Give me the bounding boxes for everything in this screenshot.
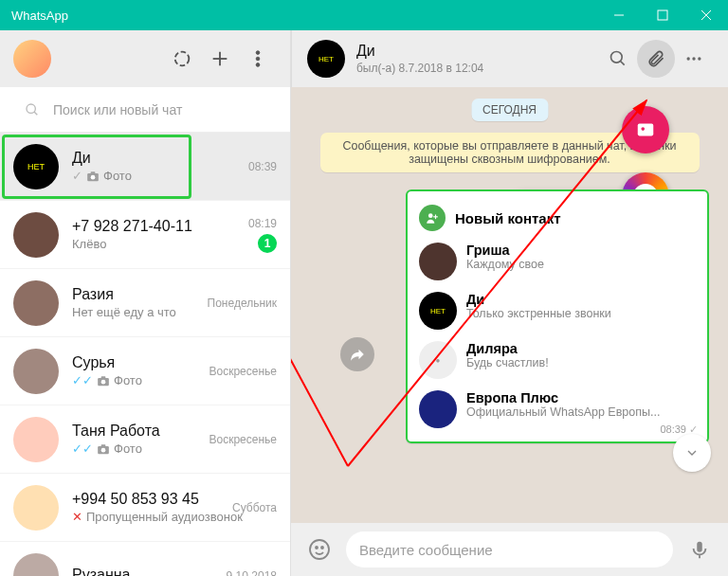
svg-point-37	[316, 547, 318, 549]
new-contact-header[interactable]: Новый контакт	[408, 199, 707, 237]
chat-list: НЕТ Ди ✓ Фото 08:39 +7 928 271-40-	[0, 133, 290, 576]
contact-avatar[interactable]: НЕТ	[307, 40, 345, 78]
svg-point-20	[101, 447, 106, 452]
chat-item[interactable]: Разия Нет ещё еду а что Понедельник	[0, 269, 290, 337]
my-avatar[interactable]	[13, 40, 51, 78]
svg-line-11	[34, 112, 37, 115]
chat-header: НЕТ Ди был(-а) 8.7.2018 в 12:04	[291, 30, 728, 87]
unread-badge: 1	[258, 234, 277, 253]
sidebar: Поиск или новый чат НЕТ Ди ✓ Фото 0	[0, 30, 291, 576]
svg-point-10	[27, 104, 35, 113]
double-check-icon: ✓✓	[72, 441, 93, 456]
app-title: WhatsApp	[0, 9, 597, 23]
svg-point-38	[321, 547, 323, 549]
chat-item[interactable]: Сурья ✓✓ Фото Воскресенье	[0, 337, 290, 405]
forward-button[interactable]	[340, 337, 374, 371]
svg-point-4	[175, 52, 190, 66]
svg-rect-39	[697, 542, 702, 552]
svg-line-22	[621, 62, 625, 65]
camera-icon	[97, 375, 110, 387]
search-bar: Поиск или новый чат	[0, 87, 290, 133]
chat-panel: НЕТ Ди был(-а) 8.7.2018 в 12:04 СЕГОДНЯ …	[291, 30, 728, 576]
svg-point-36	[310, 540, 329, 559]
message-input[interactable]: Введите сообщение	[346, 531, 673, 567]
search-placeholder: Поиск или новый чат	[53, 102, 182, 117]
chat-body: СЕГОДНЯ Сообщения, которые вы отправляет…	[291, 87, 728, 523]
message-placeholder: Введите сообщение	[359, 542, 493, 558]
svg-point-23	[687, 57, 690, 60]
svg-point-7	[256, 51, 260, 55]
svg-rect-26	[638, 124, 654, 136]
search-icon[interactable]	[599, 40, 637, 78]
maximize-button[interactable]	[641, 0, 684, 30]
new-chat-icon[interactable]	[201, 40, 239, 78]
svg-point-21	[611, 52, 623, 63]
svg-point-25	[698, 57, 701, 60]
menu-icon[interactable]	[239, 40, 277, 78]
svg-point-24	[692, 57, 695, 60]
contact-row[interactable]: ГришаКаждому свое	[408, 237, 707, 286]
chat-item[interactable]: Рузанна 9.10.2018	[0, 542, 290, 576]
search-input[interactable]: Поиск или новый чат	[13, 94, 277, 126]
attach-photo-button[interactable]	[622, 106, 669, 153]
sidebar-header	[0, 30, 290, 87]
svg-point-27	[641, 127, 645, 131]
svg-point-8	[256, 57, 260, 61]
svg-point-31	[428, 213, 433, 218]
chat-item[interactable]: +7 928 271-40-11 Клёво 08:19 1	[0, 201, 290, 269]
message-composer: Введите сообщение	[291, 523, 728, 576]
emoji-button[interactable]	[302, 532, 337, 567]
svg-rect-13	[91, 171, 96, 173]
svg-rect-1	[658, 10, 667, 20]
contact-row[interactable]: НЕТ ДиТолько экстренные звонки	[408, 286, 707, 335]
contact-status: был(-а) 8.7.2018 в 12:04	[356, 62, 599, 75]
svg-point-17	[101, 379, 106, 384]
check-icon: ✓	[72, 169, 82, 183]
mic-button[interactable]	[682, 532, 717, 567]
date-label: СЕГОДНЯ	[471, 99, 548, 121]
contacts-card: Новый контакт ГришаКаждому свое НЕТ ДиТо…	[406, 189, 709, 443]
status-icon[interactable]	[163, 40, 201, 78]
contact-name: Ди	[356, 43, 599, 60]
attach-button[interactable]	[637, 40, 675, 78]
missed-call-icon: ✕	[72, 510, 82, 524]
camera-icon	[97, 443, 110, 455]
add-contact-icon	[419, 205, 446, 231]
scroll-to-bottom-button[interactable]	[673, 434, 711, 472]
camera-icon	[86, 171, 100, 182]
svg-rect-16	[101, 376, 106, 378]
chat-item[interactable]: +994 50 853 93 45 ✕ Пропущенный аудиозво…	[0, 474, 290, 542]
contact-row[interactable]: ● ДиляраБудь счастлив!	[408, 335, 707, 385]
svg-point-9	[256, 63, 260, 67]
chat-item[interactable]: Таня Работа ✓✓ Фото Воскресенье	[0, 405, 290, 474]
chat-menu-icon[interactable]	[675, 40, 713, 78]
minimize-button[interactable]	[597, 0, 641, 30]
window-titlebar: WhatsApp	[0, 0, 728, 30]
chat-item-di[interactable]: НЕТ Ди ✓ Фото 08:39	[0, 133, 290, 201]
double-check-icon: ✓✓	[72, 373, 93, 387]
close-button[interactable]	[684, 0, 728, 30]
svg-rect-19	[101, 444, 106, 446]
svg-point-14	[91, 174, 96, 179]
